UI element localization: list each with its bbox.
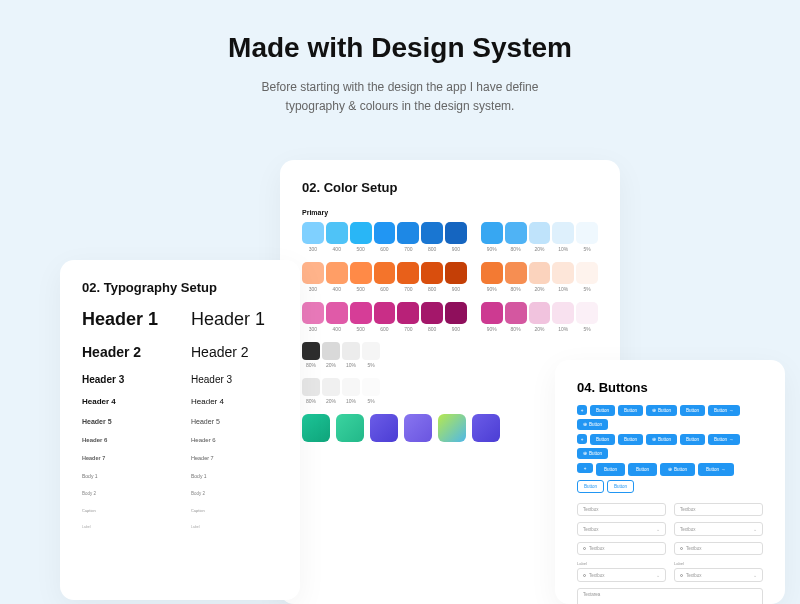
color-swatch	[552, 262, 574, 284]
icon-textbox[interactable]: Textbox	[674, 542, 763, 555]
button[interactable]: Button	[596, 463, 625, 476]
icon-button[interactable]: +	[577, 405, 587, 415]
outline-button[interactable]: Button	[607, 480, 634, 493]
color-swatch	[397, 302, 419, 324]
chevron-down-icon: ⌄	[753, 572, 757, 578]
color-swatch	[552, 222, 574, 244]
button[interactable]: Button →	[708, 434, 740, 445]
button[interactable]: Button	[628, 463, 657, 476]
chevron-down-icon: ⌄	[656, 526, 660, 532]
typography-column-light: Header 1Header 2Header 3Header 4Header 5…	[191, 309, 278, 529]
typography-column-bold: Header 1Header 2Header 3Header 4Header 5…	[82, 309, 169, 529]
typography-sample: Body 2	[191, 491, 278, 496]
typography-sample: Caption	[191, 508, 278, 513]
color-swatch	[322, 342, 340, 360]
page-subtitle: Before starting with the design the app …	[20, 78, 780, 116]
user-icon	[583, 574, 586, 577]
textarea-input[interactable]: Textarea	[577, 588, 763, 604]
color-swatch	[505, 302, 527, 324]
color-swatch	[302, 342, 320, 360]
color-swatch	[362, 342, 380, 360]
card-title: 02. Color Setup	[302, 180, 598, 195]
color-swatch	[505, 262, 527, 284]
color-swatch	[505, 222, 527, 244]
color-swatch	[350, 302, 372, 324]
color-swatch	[350, 262, 372, 284]
typography-sample: Header 7	[191, 455, 278, 461]
typography-sample: Caption	[82, 508, 169, 513]
color-swatch	[529, 222, 551, 244]
color-swatch	[362, 378, 380, 396]
button[interactable]: Button	[590, 434, 615, 445]
button[interactable]: Button	[618, 434, 643, 445]
gray-row-1: 80%20%10%5%	[302, 342, 598, 368]
textbox-input[interactable]: Textbox	[674, 503, 763, 516]
icon-button[interactable]: +	[577, 434, 587, 444]
button[interactable]: Button	[618, 405, 643, 416]
color-swatch	[576, 222, 598, 244]
input-label: Label	[674, 561, 763, 566]
outline-button[interactable]: Button	[577, 480, 604, 493]
select-input[interactable]: Textbox⌄	[577, 522, 666, 536]
color-swatch	[326, 302, 348, 324]
button[interactable]: Button	[590, 405, 615, 416]
icon-select[interactable]: Textbox⌄	[674, 568, 763, 582]
button-row: + Button Button ⊕ Button Button Button →…	[577, 405, 763, 430]
typography-sample: Body 2	[82, 491, 169, 496]
button[interactable]: ⊕ Button	[577, 419, 608, 430]
button-row: + Button Button ⊕ Button Button →	[577, 463, 763, 476]
color-swatch	[302, 262, 324, 284]
gradient-swatch	[302, 414, 330, 442]
input-label: Label	[577, 561, 666, 566]
color-swatch	[302, 222, 324, 244]
typography-sample: Header 6	[191, 437, 278, 443]
typography-sample: Label	[191, 525, 278, 529]
color-swatch	[481, 262, 503, 284]
select-input[interactable]: Textbox⌄	[674, 522, 763, 536]
color-swatch	[481, 302, 503, 324]
primary-label: Primary	[302, 209, 598, 216]
button[interactable]: Button →	[698, 463, 734, 476]
color-swatch	[397, 262, 419, 284]
button[interactable]: ⊕ Button	[646, 405, 677, 416]
typography-sample: Header 3	[82, 374, 169, 385]
color-swatch	[350, 222, 372, 244]
color-swatch	[421, 302, 443, 324]
typography-sample: Body 1	[82, 473, 169, 479]
color-swatch	[445, 262, 467, 284]
color-swatch	[529, 302, 551, 324]
button[interactable]: Button	[680, 434, 705, 445]
button[interactable]: ⊕ Button	[646, 434, 677, 445]
typography-sample: Header 7	[82, 455, 169, 461]
typography-sample: Header 1	[191, 309, 278, 330]
color-swatch	[481, 222, 503, 244]
icon-select[interactable]: Textbox⌄	[577, 568, 666, 582]
typography-sample: Header 4	[191, 397, 278, 406]
color-swatch	[397, 222, 419, 244]
icon-textbox[interactable]: Textbox	[577, 542, 666, 555]
button-row: Button Button	[577, 480, 763, 493]
button[interactable]: Button	[680, 405, 705, 416]
textbox-input[interactable]: Textbox	[577, 503, 666, 516]
color-swatch	[342, 342, 360, 360]
typography-sample: Header 5	[82, 418, 169, 425]
button[interactable]: ⊕ Button	[577, 448, 608, 459]
icon-button[interactable]: +	[577, 463, 593, 473]
user-icon	[680, 547, 683, 550]
orange-row: 30040050060070080090090%80%20%10%5%	[302, 262, 598, 292]
typography-sample: Header 5	[191, 418, 278, 425]
button[interactable]: ⊕ Button	[660, 463, 695, 476]
color-swatch	[576, 262, 598, 284]
chevron-down-icon: ⌄	[753, 526, 757, 532]
color-swatch	[322, 378, 340, 396]
gradient-swatch	[438, 414, 466, 442]
buttons-card: 04. Buttons + Button Button ⊕ Button But…	[555, 360, 785, 604]
user-icon	[680, 574, 683, 577]
color-swatch	[529, 262, 551, 284]
blue-row: 30040050060070080090090%80%20%10%5%	[302, 222, 598, 252]
button[interactable]: Button →	[708, 405, 740, 416]
user-icon	[583, 547, 586, 550]
color-swatch	[445, 222, 467, 244]
card-title: 02. Typography Setup	[82, 280, 278, 295]
gray-row-2: 80%20%10%5%	[302, 378, 598, 404]
